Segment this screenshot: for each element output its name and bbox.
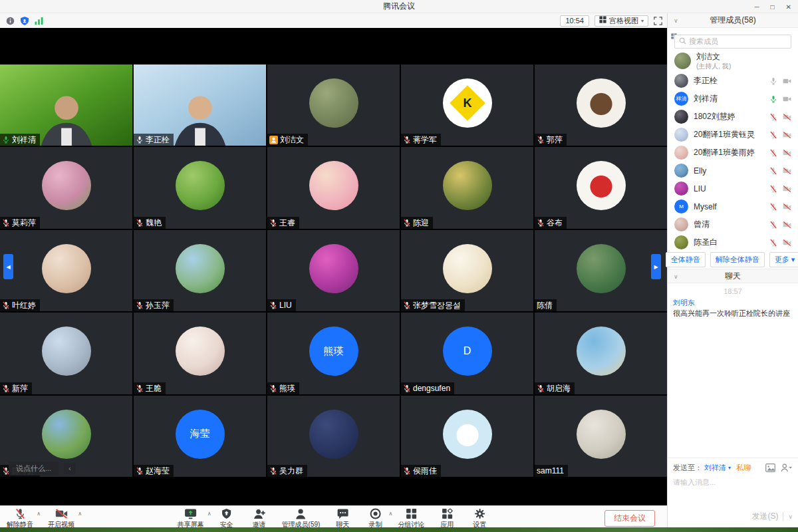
avatar (577, 78, 626, 128)
unmute-button[interactable]: 解除静音 ∧ (7, 508, 33, 529)
shield-icon[interactable] (21, 17, 29, 25)
search-input[interactable]: 搜索成员 (674, 35, 791, 49)
toolbar-invite-button[interactable]: 邀请 (249, 508, 269, 529)
video-tile[interactable]: K蒋学军 (401, 65, 533, 146)
toolbar-record-button[interactable]: 录制∧ (365, 508, 385, 529)
add-person-icon[interactable] (781, 464, 793, 472)
camera-icon[interactable] (783, 96, 791, 102)
prev-page-button[interactable]: ◀ (3, 254, 13, 279)
end-meeting-button[interactable]: 结束会议 (604, 510, 655, 527)
member-row[interactable]: 20翻译1班姜雨婷 (668, 144, 798, 162)
minimize-button[interactable]: ─ (754, 3, 759, 11)
member-status-icons (769, 113, 791, 121)
send-button[interactable]: 发送(S) (751, 511, 778, 522)
mic-muted-icon[interactable] (769, 131, 777, 139)
member-row[interactable]: 祥清刘祥清 (668, 90, 798, 108)
unmute-all-button[interactable]: 解除全体静音 (710, 252, 765, 267)
mic-muted-icon (269, 384, 277, 392)
camera-muted-icon[interactable] (783, 150, 791, 156)
video-tile[interactable]: 叶红婷 (0, 230, 132, 311)
member-row[interactable]: Elly (668, 162, 798, 180)
video-tile[interactable]: 陈今婷说点什么...‹ (0, 396, 132, 477)
member-row[interactable]: 刘洁文(主持人, 我) (668, 49, 798, 72)
video-tile[interactable]: 熊瑛熊瑛 (267, 313, 400, 394)
video-tile[interactable]: sam111 (535, 396, 667, 477)
member-row[interactable]: 20翻译1班黄钰灵 (668, 126, 798, 144)
toolbar-members-button[interactable]: 管理成员(59) (282, 508, 321, 529)
member-row[interactable]: LIU (668, 180, 798, 198)
member-row[interactable]: 李正栓 (668, 72, 798, 90)
mic-muted-icon[interactable] (769, 239, 777, 247)
collapse-chat-icon[interactable]: ∨ (674, 273, 678, 280)
toolbar-chat-button[interactable]: 聊天 (332, 508, 352, 529)
camera-muted-icon[interactable] (783, 114, 791, 120)
toolbar-security-button[interactable]: 安全 (217, 508, 237, 529)
video-tile[interactable]: Ddengsufen (401, 313, 533, 394)
chevron-up-icon[interactable]: ∧ (207, 511, 211, 517)
next-page-button[interactable]: ▶ (651, 254, 661, 279)
send-to-selector[interactable]: 刘祥清 (704, 463, 726, 473)
video-tile[interactable]: 海莹赵海莹 (134, 396, 266, 477)
video-tile[interactable]: 孙玉萍 (134, 230, 266, 311)
image-icon[interactable] (765, 464, 775, 472)
video-tile[interactable]: 刘洁文 (267, 65, 400, 146)
video-tile[interactable]: 郭萍 (535, 65, 667, 146)
camera-muted-icon[interactable] (783, 168, 791, 174)
camera-muted-icon[interactable] (783, 203, 791, 210)
video-tile[interactable]: 魏艳 (134, 147, 266, 228)
video-tile[interactable]: 新萍 (0, 313, 132, 394)
video-tile[interactable]: 侯雨佳 (401, 396, 533, 477)
video-tile[interactable]: 李正栓 (134, 65, 266, 146)
toolbar-share-screen-button[interactable]: 共享屏幕∧ (178, 508, 204, 529)
toolbar-apps-button[interactable]: 应用 (437, 508, 457, 529)
quick-chat-input[interactable]: 说点什么... (9, 462, 59, 475)
camera-muted-icon[interactable] (783, 186, 791, 192)
chevron-up-icon[interactable]: ∧ (37, 511, 41, 517)
maximize-button[interactable]: □ (771, 3, 775, 11)
mute-all-button[interactable]: 全体静音 (666, 252, 706, 267)
start-video-button[interactable]: 开启视频 ∧ (48, 508, 74, 529)
mic-muted-icon[interactable] (769, 185, 777, 193)
chevron-up-icon[interactable]: ∧ (389, 511, 393, 517)
close-button[interactable]: ✕ (786, 3, 791, 11)
fullscreen-button[interactable] (654, 17, 662, 25)
video-tile[interactable]: 刘祥清 (0, 65, 132, 146)
camera-muted-icon[interactable] (783, 221, 791, 228)
avatar (674, 146, 688, 160)
toolbar-breakout-button[interactable]: 分组讨论 (398, 508, 424, 529)
video-tile[interactable]: 谷布 (535, 147, 667, 228)
mic-icon[interactable] (769, 95, 777, 103)
mic-muted-icon[interactable] (769, 167, 777, 175)
video-tile[interactable]: 王睿 (267, 147, 400, 228)
more-button[interactable]: 更多 ▾ (769, 252, 798, 267)
message-input[interactable]: 请输入消息... (668, 473, 798, 492)
member-row[interactable]: 1802刘慧婷 (668, 108, 798, 126)
member-row[interactable]: 陈圣白 (668, 233, 798, 251)
chevron-up-icon[interactable]: ∧ (78, 511, 82, 517)
camera-muted-icon[interactable] (783, 132, 791, 138)
chevron-down-icon[interactable]: ∨ (788, 513, 793, 520)
camera-muted-icon[interactable] (783, 239, 791, 246)
video-tile[interactable]: LIU (267, 230, 400, 311)
toolbar-settings-button[interactable]: 设置 (469, 508, 489, 529)
video-tile[interactable]: 陈迎 (401, 147, 533, 228)
video-tile[interactable]: 王脆 (134, 313, 266, 394)
camera-icon[interactable] (783, 78, 791, 84)
video-tile[interactable]: 胡启海 (535, 313, 667, 394)
video-tile[interactable]: 张梦雪장몽설 (401, 230, 533, 311)
member-row[interactable]: MMyself (668, 198, 798, 215)
collapse-left-icon[interactable]: ‹ (64, 463, 75, 474)
info-icon[interactable] (6, 17, 15, 25)
video-tile[interactable]: 吴力群 (267, 396, 400, 477)
mic-muted-icon[interactable] (769, 113, 777, 121)
chevron-down-icon[interactable]: ▾ (728, 465, 731, 471)
mic-muted-icon[interactable] (769, 203, 777, 211)
mic-muted-icon[interactable] (769, 221, 777, 229)
mic-icon[interactable] (769, 77, 777, 85)
member-row[interactable]: 曾清 (668, 215, 798, 233)
video-tile[interactable]: 陈倩 (535, 230, 667, 311)
grid-view-button[interactable]: 宫格视图 ▾ (595, 15, 648, 27)
mic-muted-icon[interactable] (769, 149, 777, 157)
video-tile[interactable]: 莫莉萍 (0, 147, 132, 228)
collapse-members-icon[interactable]: ∨ (674, 17, 678, 24)
